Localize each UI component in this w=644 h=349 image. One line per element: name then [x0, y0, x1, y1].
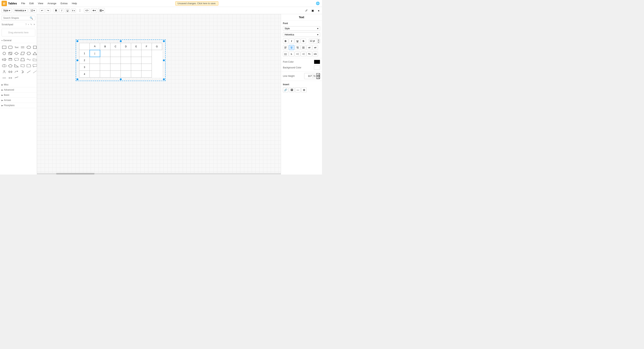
section-basic-header[interactable]: ▶ Basic [0, 92, 37, 98]
table-cell[interactable] [90, 71, 100, 78]
table-cell[interactable] [142, 64, 152, 71]
shape-square[interactable] [32, 45, 37, 50]
shape-line-bidirectional[interactable] [8, 75, 13, 81]
align-btn[interactable]: ≡ ▾ [71, 9, 76, 12]
handle-bl[interactable] [76, 78, 78, 80]
rp-insert-table-btn[interactable]: ⊞ [301, 87, 307, 92]
diagram-table[interactable]: A B C D E F G 1|234 [79, 43, 162, 78]
rp-bold-btn[interactable]: B [283, 38, 288, 43]
rp-align-justify-btn[interactable] [301, 45, 306, 50]
rp-underline-btn[interactable]: U [295, 38, 300, 43]
table-cell[interactable] [121, 64, 131, 71]
rp-bg-color-swatch[interactable] [314, 65, 320, 70]
table-cell[interactable] [131, 64, 142, 71]
shape-note[interactable] [26, 63, 32, 68]
rp-align-center-btn[interactable] [289, 45, 294, 50]
shape-ellipse[interactable] [26, 45, 32, 50]
shape-line-dashed[interactable] [32, 69, 37, 74]
table-header-b[interactable]: B [100, 43, 110, 50]
shape-person[interactable] [2, 69, 7, 74]
table-cell[interactable] [110, 64, 121, 71]
shape-folder[interactable] [32, 57, 37, 62]
bold-btn[interactable]: B [54, 8, 58, 12]
menu-arrange[interactable]: Arrange [46, 1, 58, 5]
rp-insert-link-btn[interactable]: 🔗 [283, 87, 288, 92]
table-cell[interactable] [131, 50, 142, 57]
shape-hexagon[interactable] [26, 51, 32, 56]
scratchpad-drop-zone[interactable]: Drag elements here [2, 29, 35, 36]
rp-font-dropdown[interactable]: Helvetica ▾ [283, 32, 320, 37]
table-cell[interactable] [100, 50, 110, 57]
shape-curved-arrow[interactable] [14, 69, 19, 74]
shape-lines[interactable] [20, 45, 25, 50]
redo-btn[interactable]: ↪ [46, 8, 50, 12]
scratchpad-add-btn[interactable]: + [28, 23, 29, 26]
handle-tl[interactable] [76, 40, 78, 42]
section-general-header[interactable]: ▾ General [0, 38, 37, 43]
rp-clear-fmt-btn[interactable]: Tx [307, 51, 312, 56]
table-cell[interactable] [142, 71, 152, 78]
font-dropdown[interactable]: Helvetica ▾ [13, 8, 28, 13]
rp-insert-image-btn[interactable]: 🖼 [289, 87, 294, 92]
insert-btn[interactable]: + ▾ [91, 8, 97, 13]
underline-btn[interactable]: U [65, 8, 70, 12]
shape-line-horizontal[interactable] [2, 75, 7, 81]
table-header-e[interactable]: E [131, 43, 142, 50]
table-container[interactable]: A B C D E F G 1|234 [79, 43, 162, 78]
table-cell[interactable] [100, 57, 110, 64]
shape-wavy-rect[interactable] [20, 63, 25, 68]
font-size-dropdown[interactable]: 12 ▾ [29, 8, 36, 13]
section-arrows-header[interactable]: ▶ Arrows [0, 98, 37, 103]
rp-style-dropdown[interactable]: Style ▾ [283, 26, 320, 31]
panel-btn[interactable]: ▣ [310, 8, 315, 13]
rp-font-color-swatch[interactable] [314, 60, 320, 64]
rp-line-height-input[interactable] [304, 74, 312, 78]
shape-line-diagonal[interactable] [26, 69, 32, 74]
table-header-d[interactable]: D [121, 43, 131, 50]
shape-text[interactable]: Text [14, 45, 19, 50]
rp-insert-hr-btn[interactable]: — [295, 87, 300, 92]
collapse-panel-btn[interactable]: ◂ [316, 8, 320, 13]
table-btn[interactable]: ⊞ ▾ [98, 8, 105, 13]
handle-tr[interactable] [163, 40, 165, 42]
table-cell[interactable] [131, 57, 142, 64]
rp-lh-spin-down[interactable]: ▼ [316, 76, 320, 79]
scratchpad-help-btn[interactable]: ? [25, 23, 27, 26]
shape-right-triangle[interactable] [14, 63, 19, 68]
section-floorplans-header[interactable]: ▶ Floorplans [0, 103, 37, 108]
shape-cylinder[interactable] [8, 57, 13, 62]
table-cell[interactable] [121, 50, 131, 57]
menu-extras[interactable]: Extras [59, 1, 69, 5]
menu-view[interactable]: View [36, 1, 45, 5]
table-cell[interactable] [110, 57, 121, 64]
table-header-f[interactable]: F [142, 43, 152, 50]
rp-align-right-btn[interactable] [295, 45, 300, 50]
shape-3d-box[interactable] [8, 51, 13, 56]
table-cell[interactable] [90, 64, 100, 71]
menu-help[interactable]: Help [70, 1, 78, 5]
rp-code-fmt-btn[interactable]: </> [312, 51, 318, 56]
shape-circle[interactable] [2, 51, 7, 56]
shape-triangle[interactable] [32, 51, 37, 56]
handle-bc[interactable] [120, 78, 122, 80]
shape-double-arrow[interactable] [8, 69, 13, 74]
shape-diamond[interactable] [14, 51, 19, 56]
rp-subscript-btn[interactable]: x2 [307, 45, 312, 50]
section-misc-header[interactable]: ▶ Misc [0, 82, 37, 87]
globe-icon[interactable]: 🌐 [315, 1, 320, 6]
shape-pentagon[interactable] [8, 63, 13, 68]
shape-rectangle[interactable] [2, 45, 7, 50]
more-options-btn[interactable]: ⋮ [77, 8, 83, 13]
handle-br[interactable] [163, 78, 165, 80]
rp-strikethrough-btn[interactable]: S [301, 38, 306, 43]
shape-3d-cube[interactable] [2, 63, 7, 68]
shape-callout[interactable] [14, 57, 19, 62]
rp-indent-dec-btn[interactable] [295, 51, 300, 56]
rp-fontsize-input[interactable] [309, 39, 317, 43]
handle-tc[interactable] [120, 40, 122, 42]
table-cell[interactable] [100, 71, 110, 78]
shape-crescent[interactable] [20, 69, 25, 74]
section-advanced-header[interactable]: ▶ Advanced [0, 87, 37, 92]
shape-wave[interactable] [26, 57, 32, 62]
table-cell[interactable] [142, 57, 152, 64]
